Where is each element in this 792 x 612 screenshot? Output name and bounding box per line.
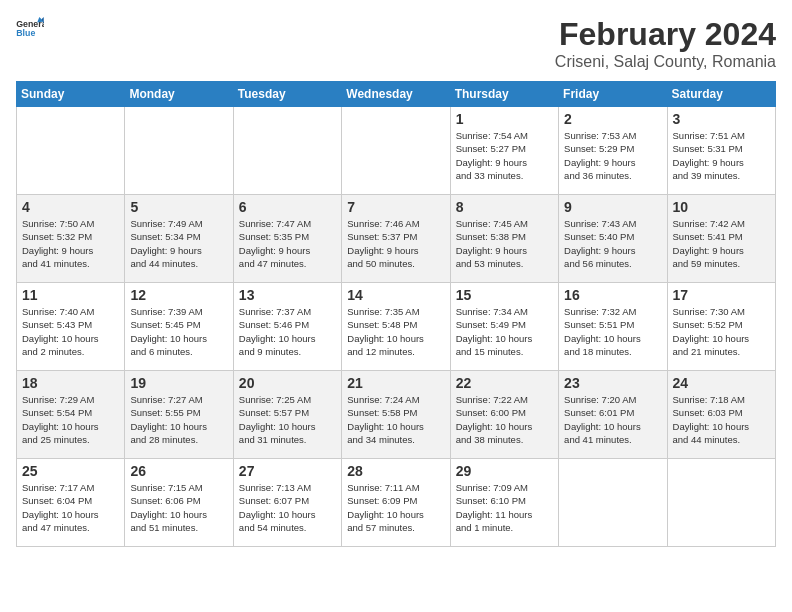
day-info: Sunrise: 7:35 AMSunset: 5:48 PMDaylight:… — [347, 305, 444, 358]
day-number: 27 — [239, 463, 336, 479]
calendar-cell: 9Sunrise: 7:43 AMSunset: 5:40 PMDaylight… — [559, 195, 667, 283]
day-info: Sunrise: 7:09 AMSunset: 6:10 PMDaylight:… — [456, 481, 553, 534]
col-header-friday: Friday — [559, 82, 667, 107]
day-info: Sunrise: 7:43 AMSunset: 5:40 PMDaylight:… — [564, 217, 661, 270]
day-number: 1 — [456, 111, 553, 127]
page-header: General Blue February 2024 Criseni, Sala… — [16, 16, 776, 71]
calendar-cell — [17, 107, 125, 195]
calendar-week-1: 1Sunrise: 7:54 AMSunset: 5:27 PMDaylight… — [17, 107, 776, 195]
day-number: 17 — [673, 287, 770, 303]
calendar-cell: 21Sunrise: 7:24 AMSunset: 5:58 PMDayligh… — [342, 371, 450, 459]
calendar-cell: 19Sunrise: 7:27 AMSunset: 5:55 PMDayligh… — [125, 371, 233, 459]
title-section: February 2024 Criseni, Salaj County, Rom… — [555, 16, 776, 71]
calendar-cell — [233, 107, 341, 195]
day-number: 29 — [456, 463, 553, 479]
col-header-sunday: Sunday — [17, 82, 125, 107]
day-number: 21 — [347, 375, 444, 391]
calendar-cell: 24Sunrise: 7:18 AMSunset: 6:03 PMDayligh… — [667, 371, 775, 459]
calendar-cell: 15Sunrise: 7:34 AMSunset: 5:49 PMDayligh… — [450, 283, 558, 371]
day-number: 20 — [239, 375, 336, 391]
day-info: Sunrise: 7:46 AMSunset: 5:37 PMDaylight:… — [347, 217, 444, 270]
day-number: 2 — [564, 111, 661, 127]
calendar-table: SundayMondayTuesdayWednesdayThursdayFrid… — [16, 81, 776, 547]
day-number: 12 — [130, 287, 227, 303]
calendar-cell: 16Sunrise: 7:32 AMSunset: 5:51 PMDayligh… — [559, 283, 667, 371]
day-number: 28 — [347, 463, 444, 479]
day-info: Sunrise: 7:45 AMSunset: 5:38 PMDaylight:… — [456, 217, 553, 270]
day-number: 22 — [456, 375, 553, 391]
location-title: Criseni, Salaj County, Romania — [555, 53, 776, 71]
day-number: 7 — [347, 199, 444, 215]
calendar-cell: 25Sunrise: 7:17 AMSunset: 6:04 PMDayligh… — [17, 459, 125, 547]
day-number: 13 — [239, 287, 336, 303]
month-title: February 2024 — [555, 16, 776, 53]
day-number: 8 — [456, 199, 553, 215]
calendar-cell: 4Sunrise: 7:50 AMSunset: 5:32 PMDaylight… — [17, 195, 125, 283]
day-info: Sunrise: 7:18 AMSunset: 6:03 PMDaylight:… — [673, 393, 770, 446]
calendar-cell: 6Sunrise: 7:47 AMSunset: 5:35 PMDaylight… — [233, 195, 341, 283]
day-info: Sunrise: 7:24 AMSunset: 5:58 PMDaylight:… — [347, 393, 444, 446]
day-number: 25 — [22, 463, 119, 479]
day-info: Sunrise: 7:22 AMSunset: 6:00 PMDaylight:… — [456, 393, 553, 446]
day-number: 5 — [130, 199, 227, 215]
calendar-cell: 28Sunrise: 7:11 AMSunset: 6:09 PMDayligh… — [342, 459, 450, 547]
calendar-cell: 14Sunrise: 7:35 AMSunset: 5:48 PMDayligh… — [342, 283, 450, 371]
day-number: 19 — [130, 375, 227, 391]
day-info: Sunrise: 7:47 AMSunset: 5:35 PMDaylight:… — [239, 217, 336, 270]
col-header-thursday: Thursday — [450, 82, 558, 107]
calendar-cell: 3Sunrise: 7:51 AMSunset: 5:31 PMDaylight… — [667, 107, 775, 195]
calendar-cell: 13Sunrise: 7:37 AMSunset: 5:46 PMDayligh… — [233, 283, 341, 371]
calendar-cell: 8Sunrise: 7:45 AMSunset: 5:38 PMDaylight… — [450, 195, 558, 283]
calendar-cell: 29Sunrise: 7:09 AMSunset: 6:10 PMDayligh… — [450, 459, 558, 547]
day-number: 14 — [347, 287, 444, 303]
col-header-monday: Monday — [125, 82, 233, 107]
calendar-header-row: SundayMondayTuesdayWednesdayThursdayFrid… — [17, 82, 776, 107]
calendar-week-5: 25Sunrise: 7:17 AMSunset: 6:04 PMDayligh… — [17, 459, 776, 547]
day-number: 10 — [673, 199, 770, 215]
day-number: 9 — [564, 199, 661, 215]
day-number: 16 — [564, 287, 661, 303]
calendar-cell — [125, 107, 233, 195]
day-info: Sunrise: 7:32 AMSunset: 5:51 PMDaylight:… — [564, 305, 661, 358]
col-header-wednesday: Wednesday — [342, 82, 450, 107]
day-info: Sunrise: 7:49 AMSunset: 5:34 PMDaylight:… — [130, 217, 227, 270]
calendar-cell: 26Sunrise: 7:15 AMSunset: 6:06 PMDayligh… — [125, 459, 233, 547]
calendar-week-2: 4Sunrise: 7:50 AMSunset: 5:32 PMDaylight… — [17, 195, 776, 283]
day-info: Sunrise: 7:34 AMSunset: 5:49 PMDaylight:… — [456, 305, 553, 358]
calendar-cell: 17Sunrise: 7:30 AMSunset: 5:52 PMDayligh… — [667, 283, 775, 371]
day-info: Sunrise: 7:27 AMSunset: 5:55 PMDaylight:… — [130, 393, 227, 446]
day-info: Sunrise: 7:17 AMSunset: 6:04 PMDaylight:… — [22, 481, 119, 534]
day-number: 23 — [564, 375, 661, 391]
day-info: Sunrise: 7:54 AMSunset: 5:27 PMDaylight:… — [456, 129, 553, 182]
day-info: Sunrise: 7:11 AMSunset: 6:09 PMDaylight:… — [347, 481, 444, 534]
day-info: Sunrise: 7:53 AMSunset: 5:29 PMDaylight:… — [564, 129, 661, 182]
calendar-cell: 2Sunrise: 7:53 AMSunset: 5:29 PMDaylight… — [559, 107, 667, 195]
day-info: Sunrise: 7:40 AMSunset: 5:43 PMDaylight:… — [22, 305, 119, 358]
calendar-cell: 20Sunrise: 7:25 AMSunset: 5:57 PMDayligh… — [233, 371, 341, 459]
day-info: Sunrise: 7:29 AMSunset: 5:54 PMDaylight:… — [22, 393, 119, 446]
day-number: 24 — [673, 375, 770, 391]
calendar-cell: 1Sunrise: 7:54 AMSunset: 5:27 PMDaylight… — [450, 107, 558, 195]
col-header-saturday: Saturday — [667, 82, 775, 107]
calendar-cell — [667, 459, 775, 547]
day-number: 26 — [130, 463, 227, 479]
logo: General Blue — [16, 16, 44, 38]
calendar-cell: 5Sunrise: 7:49 AMSunset: 5:34 PMDaylight… — [125, 195, 233, 283]
calendar-cell: 11Sunrise: 7:40 AMSunset: 5:43 PMDayligh… — [17, 283, 125, 371]
calendar-cell: 10Sunrise: 7:42 AMSunset: 5:41 PMDayligh… — [667, 195, 775, 283]
calendar-cell: 23Sunrise: 7:20 AMSunset: 6:01 PMDayligh… — [559, 371, 667, 459]
calendar-week-4: 18Sunrise: 7:29 AMSunset: 5:54 PMDayligh… — [17, 371, 776, 459]
svg-text:Blue: Blue — [16, 28, 35, 38]
day-info: Sunrise: 7:13 AMSunset: 6:07 PMDaylight:… — [239, 481, 336, 534]
day-number: 3 — [673, 111, 770, 127]
day-number: 15 — [456, 287, 553, 303]
day-info: Sunrise: 7:37 AMSunset: 5:46 PMDaylight:… — [239, 305, 336, 358]
day-info: Sunrise: 7:42 AMSunset: 5:41 PMDaylight:… — [673, 217, 770, 270]
calendar-cell — [559, 459, 667, 547]
day-info: Sunrise: 7:15 AMSunset: 6:06 PMDaylight:… — [130, 481, 227, 534]
calendar-cell: 12Sunrise: 7:39 AMSunset: 5:45 PMDayligh… — [125, 283, 233, 371]
day-info: Sunrise: 7:20 AMSunset: 6:01 PMDaylight:… — [564, 393, 661, 446]
day-number: 4 — [22, 199, 119, 215]
col-header-tuesday: Tuesday — [233, 82, 341, 107]
day-info: Sunrise: 7:30 AMSunset: 5:52 PMDaylight:… — [673, 305, 770, 358]
